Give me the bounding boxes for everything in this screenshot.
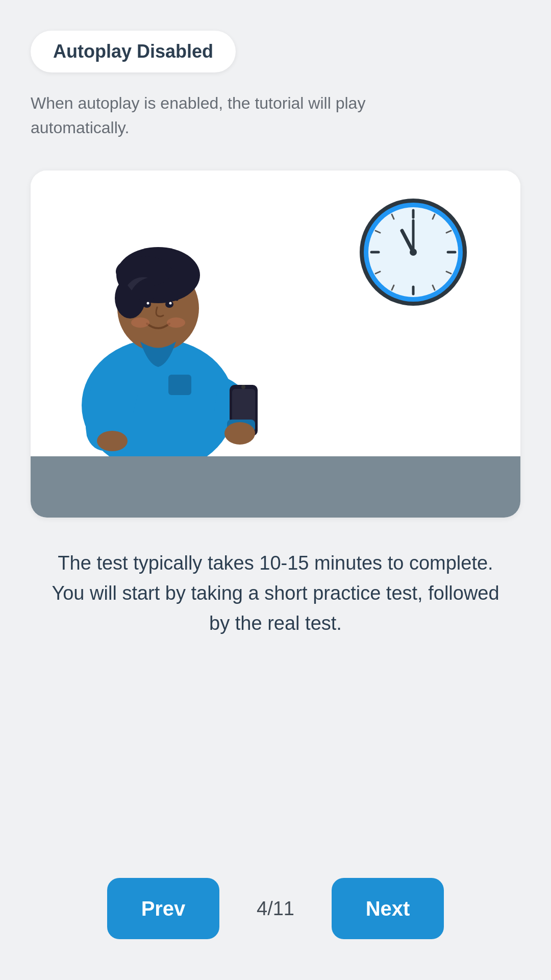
clock-illustration <box>357 196 469 308</box>
page-indicator: 4/11 <box>250 898 301 920</box>
svg-rect-33 <box>168 375 191 395</box>
description-text: The test typically takes 10-15 minutes t… <box>31 548 520 639</box>
svg-point-17 <box>410 249 417 256</box>
navigation-row: Prev 4/11 Next <box>31 878 520 939</box>
illustration-card <box>31 170 520 518</box>
svg-point-27 <box>169 302 172 305</box>
illustration-area <box>31 170 520 518</box>
next-button[interactable]: Next <box>332 878 444 939</box>
desk-surface <box>31 456 520 518</box>
prev-button[interactable]: Prev <box>107 878 219 939</box>
svg-point-25 <box>165 301 173 308</box>
svg-point-23 <box>116 256 172 287</box>
svg-point-29 <box>167 317 185 328</box>
autoplay-badge-label: Autoplay Disabled <box>53 41 213 62</box>
svg-point-24 <box>143 301 151 308</box>
svg-point-28 <box>131 317 149 328</box>
autoplay-description: When autoplay is enabled, the tutorial w… <box>31 91 388 140</box>
svg-point-26 <box>147 302 149 305</box>
svg-point-35 <box>97 431 128 451</box>
svg-point-36 <box>224 422 255 445</box>
person-illustration <box>56 191 270 477</box>
autoplay-badge: Autoplay Disabled <box>31 31 236 72</box>
svg-point-32 <box>241 385 245 389</box>
